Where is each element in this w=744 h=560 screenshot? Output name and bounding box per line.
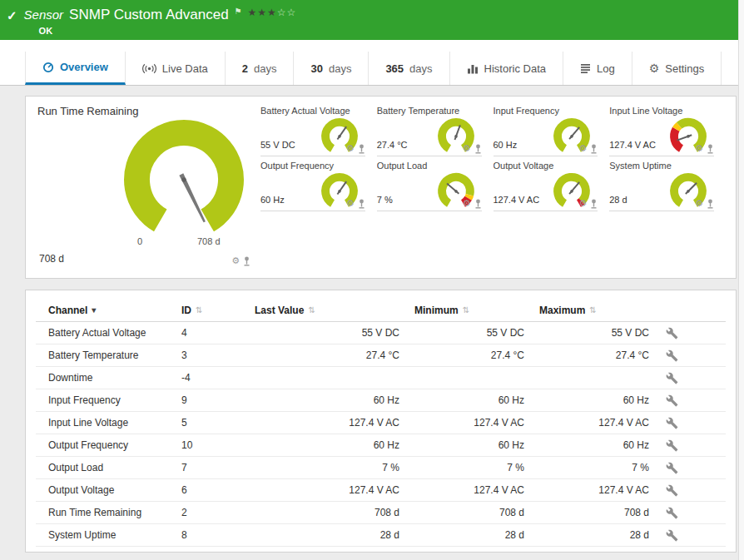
wrench-settings-icon[interactable] — [666, 462, 678, 474]
wrench-settings-icon[interactable] — [666, 507, 678, 519]
gear-icon[interactable]: ⚙ — [578, 198, 587, 209]
maximum-value: 55 V DC — [539, 327, 664, 339]
gear-icon[interactable]: ⚙ — [463, 143, 471, 154]
gear-icon[interactable]: ⚙ — [695, 198, 703, 209]
gear-icon: ⚙ — [649, 62, 660, 75]
channel-id: 6 — [181, 484, 255, 496]
wrench-settings-icon[interactable] — [666, 484, 678, 497]
star-empty-icons[interactable]: ☆☆ — [277, 7, 297, 18]
log-list-icon — [580, 63, 591, 73]
pin-icon[interactable] — [358, 199, 365, 209]
column-header-id[interactable]: ID ⇅ — [181, 305, 255, 316]
wrench-settings-icon[interactable] — [666, 529, 678, 542]
gauge-value: 27.4 °C — [377, 140, 408, 150]
sort-icon[interactable]: ⇅ — [196, 305, 202, 315]
gear-icon[interactable]: ⚙ — [463, 198, 471, 209]
channel-name[interactable]: Output Voltage — [48, 484, 181, 496]
maximum-value: 127.4 V AC — [539, 484, 664, 496]
sort-icon[interactable]: ⇅ — [589, 305, 596, 315]
last-value: 7 % — [255, 462, 414, 473]
tab-2-days[interactable]: 2 days — [226, 52, 295, 85]
gear-icon[interactable]: ⚙ — [231, 255, 240, 266]
channel-name[interactable]: Input Frequency — [48, 394, 181, 406]
channel-name[interactable]: System Uptime — [48, 529, 181, 541]
channel-id: 4 — [181, 327, 255, 339]
wrench-settings-icon[interactable] — [666, 327, 678, 339]
pin-icon[interactable] — [243, 256, 250, 266]
sort-icon[interactable]: ⇅ — [308, 305, 315, 315]
pin-icon[interactable] — [358, 144, 365, 154]
priority-stars[interactable]: ★★★☆☆ — [248, 7, 297, 18]
tab-30-days[interactable]: 30 days — [294, 52, 369, 85]
wrench-settings-icon[interactable] — [666, 349, 678, 362]
tab-label: days — [409, 62, 432, 75]
gauge-input-frequency: Input Frequency 60 Hz ⚙ — [494, 105, 598, 156]
sort-desc-icon[interactable]: ▾ — [92, 305, 96, 315]
priority-flag-icon[interactable]: ⚑ — [235, 7, 242, 16]
last-value: 127.4 V AC — [255, 484, 414, 496]
minimum-value: 127.4 V AC — [414, 417, 539, 429]
gauge-value: 127.4 V AC — [609, 140, 656, 150]
sort-icon[interactable]: ⇅ — [463, 305, 469, 315]
tab-number: 30 — [310, 62, 322, 75]
tab-historic-data[interactable]: Historic Data — [450, 52, 563, 85]
table-row[interactable]: Battery Temperature 3 27.4 °C 27.4 °C 27… — [36, 344, 726, 367]
tab-overview[interactable]: Overview — [25, 52, 126, 85]
tab-live-data[interactable]: Live Data — [126, 52, 226, 85]
minimum-value: 55 V DC — [414, 327, 539, 339]
channel-name[interactable]: Downtime — [48, 372, 181, 384]
column-header-last-value[interactable]: Last Value ⇅ — [255, 305, 414, 316]
pin-icon[interactable] — [590, 144, 598, 154]
gauge-value: 708 d — [39, 253, 64, 265]
scrollbar-track[interactable] — [738, 0, 744, 560]
gear-icon[interactable]: ⚙ — [346, 198, 355, 209]
table-row[interactable]: Output Frequency 10 60 Hz 60 Hz 60 Hz — [36, 434, 726, 457]
table-row[interactable]: Input Line Voltage 5 127.4 V AC 127.4 V … — [36, 412, 726, 434]
star-filled-icons[interactable]: ★★★ — [248, 7, 277, 18]
gear-icon[interactable]: ⚙ — [578, 143, 587, 154]
tab-365-days[interactable]: 365 days — [369, 52, 449, 85]
channel-name[interactable]: Output Load — [48, 462, 181, 473]
minimum-value: 708 d — [414, 507, 539, 518]
pin-icon[interactable] — [474, 199, 482, 209]
column-header-minimum[interactable]: Minimum ⇅ — [414, 305, 539, 316]
minimum-value: 127.4 V AC — [414, 484, 539, 496]
channel-id: 7 — [181, 462, 255, 473]
tab-settings[interactable]: ⚙ Settings — [632, 52, 722, 85]
wrench-settings-icon[interactable] — [666, 417, 678, 429]
channel-name[interactable]: Input Line Voltage — [48, 417, 181, 429]
channel-id: 10 — [181, 439, 255, 451]
column-header-maximum[interactable]: Maximum ⇅ — [539, 305, 664, 316]
tab-number: 2 — [242, 62, 248, 75]
pin-icon[interactable] — [707, 144, 714, 154]
channel-name[interactable]: Output Frequency — [48, 439, 181, 451]
table-row[interactable]: Downtime -4 — [36, 367, 726, 389]
gauge-output-frequency: Output Frequency 60 Hz ⚙ — [260, 160, 365, 211]
tab-band: Overview Live Data 2 days 30 days 365 da… — [0, 40, 744, 86]
table-row[interactable]: Input Frequency 9 60 Hz 60 Hz 60 Hz — [36, 389, 726, 412]
tab-label: Settings — [665, 62, 704, 75]
gear-icon[interactable]: ⚙ — [695, 143, 703, 154]
status-check-icon: ✓ — [7, 8, 17, 23]
channel-name[interactable]: Battery Actual Voltage — [48, 327, 181, 339]
channel-name[interactable]: Battery Temperature — [48, 349, 181, 361]
table-row[interactable]: Output Voltage 6 127.4 V AC 127.4 V AC 1… — [36, 479, 726, 502]
table-row[interactable]: Battery Actual Voltage 4 55 V DC 55 V DC… — [36, 322, 726, 344]
channel-id: 5 — [181, 417, 255, 429]
wrench-settings-icon[interactable] — [666, 372, 678, 384]
wrench-settings-icon[interactable] — [666, 394, 678, 407]
wrench-settings-icon[interactable] — [666, 439, 678, 452]
table-row[interactable]: System Uptime 8 28 d 28 d 28 d — [36, 524, 726, 547]
table-row[interactable]: Run Time Remaining 2 708 d 708 d 708 d — [36, 502, 726, 524]
tab-log[interactable]: Log — [563, 52, 632, 85]
channel-name[interactable]: Run Time Remaining — [48, 507, 181, 518]
column-header-channel[interactable]: Channel ▾ — [48, 305, 181, 316]
pin-icon[interactable] — [590, 199, 598, 209]
gear-icon[interactable]: ⚙ — [346, 143, 355, 154]
table-row[interactable]: Output Load 7 7 % 7 % 7 % — [36, 457, 726, 479]
gauge-output-voltage: Output Voltage 127.4 V AC ⚙ — [494, 160, 598, 211]
pin-icon[interactable] — [474, 144, 482, 154]
pin-icon[interactable] — [707, 199, 714, 209]
gauge-output-load: Output Load 7 % ⚙ — [377, 160, 482, 211]
gauge-value: 60 Hz — [260, 195, 285, 205]
